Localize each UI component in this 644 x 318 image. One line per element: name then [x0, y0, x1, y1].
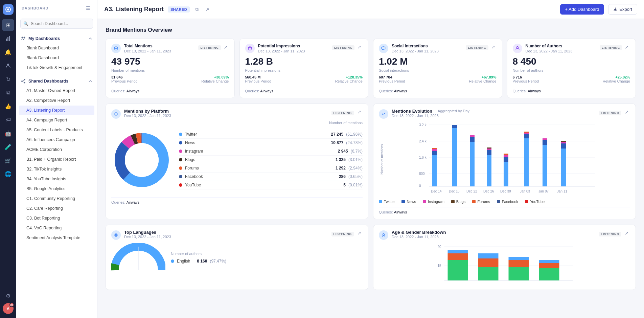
potential-impressions-export-btn[interactable]: ↗ [356, 44, 363, 50]
sidebar-item-b4[interactable]: B4. YouTube Insights [19, 174, 94, 184]
bar-facebook-dot [497, 200, 500, 203]
brand-logo[interactable] [3, 4, 14, 15]
top-languages-export-btn[interactable]: ↗ [356, 230, 363, 236]
age-gender-y-label [379, 243, 380, 285]
social-interactions-date: Dec 13, 2022 - Jan 11, 2023 [392, 49, 439, 53]
robot-icon[interactable]: 🤖 [2, 127, 14, 139]
social-interactions-prev-val: 607 784 [379, 75, 405, 79]
mentions-evolution-title: Mentions Evolution [392, 109, 432, 114]
search-input[interactable] [20, 19, 93, 29]
refresh-icon[interactable]: ↻ [2, 73, 14, 85]
bar-youtube-dot [525, 200, 528, 203]
social-interactions-title: Social Interactions [392, 44, 439, 48]
thumbup-icon[interactable]: 👍 [2, 100, 14, 112]
svg-rect-81 [448, 250, 468, 253]
sidebar-item-c2[interactable]: C2. Care Reporting [19, 204, 94, 213]
total-mentions-export-btn[interactable]: ↗ [222, 44, 229, 50]
sidebar-item-blank2[interactable]: Blank Dashboard [19, 53, 94, 63]
donut-chart [111, 130, 172, 190]
flask-icon[interactable]: 🧪 [2, 141, 14, 153]
my-dashboards-header[interactable]: My Dashboards [16, 34, 97, 43]
total-mentions-title: Total Mentions [124, 44, 171, 48]
num-authors-export-btn[interactable]: ↗ [623, 44, 630, 50]
cart-icon[interactable]: 🛒 [2, 154, 14, 166]
total-mentions-prev-label: Previous Period [111, 79, 138, 83]
top-languages-title: Top Languages [124, 230, 171, 235]
mentions-evolution-icon [379, 109, 388, 119]
sidebar-item-a3[interactable]: A3. Listening Report [19, 106, 94, 115]
export-icon [613, 7, 617, 12]
chevron-up-icon2 [88, 79, 92, 83]
sidebar-item-c4[interactable]: C4. VoC Reporting [19, 223, 94, 233]
mentions-platform-export-btn[interactable]: ↗ [356, 109, 363, 115]
add-dashboard-button[interactable]: + Add Dashboard [560, 4, 604, 15]
sidebar-item-c3[interactable]: C3. Bot Reporting [19, 213, 94, 223]
svg-text:1.6 k: 1.6 k [419, 156, 427, 159]
content-area: Brand Mentions Overview Total Mentions D… [97, 19, 644, 318]
svg-point-5 [7, 64, 9, 66]
user-avatar[interactable]: A 24 [3, 303, 14, 314]
sidebar-item-a1[interactable]: A1. Master Owned Report [19, 86, 94, 95]
mentions-evolution-date: Dec 13, 2022 - Jan 11, 2023 [392, 114, 469, 118]
svg-rect-55 [524, 132, 529, 133]
sidebar-item-b2[interactable]: B2. TikTok Insights [19, 164, 94, 174]
bar-legend: Twitter News Instagram Blogs [379, 200, 630, 204]
mentions-evolution-export-btn[interactable]: ↗ [623, 109, 630, 115]
top-languages-card: Top Languages Dec 13, 2022 - Jan 11, 202… [106, 225, 368, 290]
svg-text:Jan 11: Jan 11 [557, 189, 567, 193]
sidebar-item-c1[interactable]: C1. Community Reporting [19, 194, 94, 203]
svg-text:Jan 07: Jan 07 [538, 189, 549, 193]
mentions-platform-query: Queries: Airways [111, 197, 363, 204]
sidebar-item-a5[interactable]: A5. Content Labels - Products [19, 125, 94, 135]
svg-rect-89 [509, 267, 529, 280]
person-icon[interactable] [2, 60, 14, 72]
semicircle-chart [111, 243, 165, 274]
svg-rect-36 [432, 151, 437, 155]
svg-rect-54 [524, 133, 529, 134]
grid-icon[interactable]: ⊞ [2, 19, 14, 31]
globe-icon[interactable]: 🌐 [2, 168, 14, 180]
open-external-button[interactable]: ↗ [204, 6, 211, 13]
svg-point-15 [516, 47, 518, 48]
legend-blogs: Blogs 1 325 (3.01%) [179, 156, 363, 164]
svg-rect-87 [509, 257, 529, 260]
y-axis-label: Number of mentions [379, 121, 384, 197]
instagram-dot [179, 150, 182, 153]
svg-rect-40 [452, 125, 457, 128]
tag-icon[interactable]: 🏷 [2, 114, 14, 126]
num-authors-date: Dec 13, 2022 - Jan 11, 2023 [526, 49, 573, 53]
mentions-platform-icon [111, 109, 121, 119]
sidebar-item-blank1[interactable]: Blank Dashboard [19, 43, 94, 53]
english-dot [171, 259, 174, 263]
sidebar-item-a6[interactable]: A6. Influencers Campaign [19, 135, 94, 144]
sidebar-item-a4[interactable]: A4. Campaign Report [19, 115, 94, 125]
social-interactions-export-btn[interactable]: ↗ [490, 44, 497, 50]
bar-legend-blogs: Blogs [451, 200, 466, 204]
sidebar-item-b5[interactable]: B5. Google Analytics [19, 184, 94, 194]
num-authors-col-label: Number of authors [171, 252, 226, 256]
settings-icon[interactable]: ⚙ [2, 290, 14, 302]
legend-youtube: YouTube 5 (0.01%) [179, 181, 363, 189]
donut-legend: Twitter 27 245 (61.96%) News [179, 130, 363, 189]
layers-icon[interactable]: ⧉ [2, 87, 14, 99]
social-interactions-card: Social Interactions Dec 13, 2022 - Jan 1… [373, 39, 502, 98]
num-authors-prev-label: Previous Period [513, 79, 539, 83]
sidebar-item-b1[interactable]: B1. Paid + Organic Report [19, 155, 94, 164]
total-mentions-icon [111, 44, 121, 53]
sidebar-item-acme[interactable]: ACME Corporation [19, 145, 94, 154]
sidebar-item-sentiment[interactable]: Sentiment Analysis Template [19, 233, 94, 243]
bell-icon[interactable]: 🔔 [2, 46, 14, 58]
duplicate-button[interactable]: ⧉ [194, 6, 200, 13]
sidebar-item-tiktok[interactable]: TikTok Growth & Engagement [19, 63, 94, 72]
svg-rect-47 [487, 147, 491, 149]
svg-text:Dec 14: Dec 14 [431, 189, 442, 193]
svg-rect-43 [470, 135, 475, 137]
shared-dashboards-header[interactable]: Shared Dashboards [16, 77, 97, 86]
svg-rect-62 [561, 141, 566, 142]
export-button[interactable]: Export [608, 4, 637, 15]
collapse-sidebar-button[interactable]: ☰ [85, 5, 92, 12]
analytics-icon[interactable] [2, 32, 14, 45]
svg-rect-45 [487, 150, 491, 155]
age-gender-export-btn[interactable]: ↗ [623, 230, 630, 236]
sidebar-item-a2[interactable]: A2. Competitive Report [19, 96, 94, 105]
